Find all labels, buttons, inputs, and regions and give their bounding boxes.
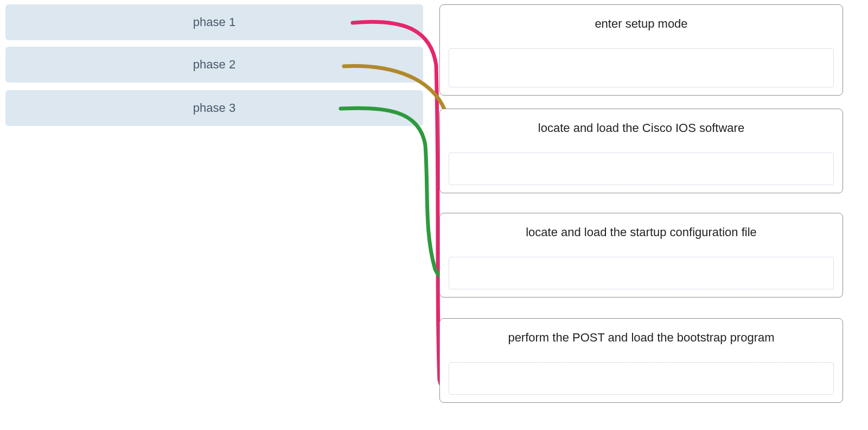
drop-zone[interactable] — [449, 153, 834, 185]
target-title: perform the POST and load the bootstrap … — [449, 328, 834, 350]
target-card-4[interactable]: perform the POST and load the bootstrap … — [439, 318, 843, 403]
phase-label: phase 3 — [193, 101, 235, 115]
target-title: enter setup mode — [449, 15, 834, 36]
matching-diagram: phase 1 phase 2 phase 3 enter setup mode… — [0, 0, 868, 430]
target-title: locate and load the Cisco IOS software — [449, 119, 834, 141]
drop-zone[interactable] — [449, 48, 834, 87]
target-title: locate and load the startup configuratio… — [449, 223, 834, 245]
drop-zone[interactable] — [449, 362, 834, 395]
phase-label: phase 1 — [193, 15, 235, 29]
phase-label: phase 2 — [193, 58, 235, 72]
target-card-1[interactable]: enter setup mode — [439, 4, 843, 96]
phase-item-2[interactable]: phase 2 — [5, 47, 423, 83]
target-card-3[interactable]: locate and load the startup configuratio… — [439, 213, 843, 298]
target-card-2[interactable]: locate and load the Cisco IOS software — [439, 109, 843, 193]
phase-item-3[interactable]: phase 3 — [5, 90, 423, 126]
drop-zone[interactable] — [449, 257, 834, 289]
phase-item-1[interactable]: phase 1 — [5, 4, 423, 40]
